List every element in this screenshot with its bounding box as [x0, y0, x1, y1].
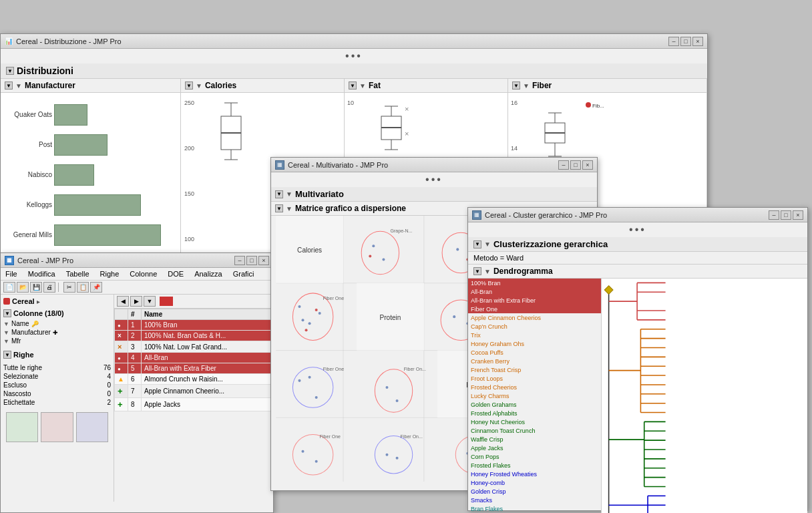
col-name-header[interactable]: Name: [142, 309, 273, 320]
tb-open[interactable]: 📂: [17, 282, 29, 293]
collapse-multi[interactable]: ▼: [275, 190, 283, 198]
collapse-rows[interactable]: ▼: [3, 351, 11, 359]
manufacturer-header: ▼ ▼ Manufacturer: [1, 79, 180, 93]
tb-save[interactable]: 💾: [30, 282, 42, 293]
multi-close-button[interactable]: ×: [582, 160, 593, 170]
nav-left[interactable]: ◀: [117, 296, 129, 307]
jmp-left-panel: Cereal ▸ ▼ Colonne (18/0) ▼ Name 🔑 ▼ Man…: [1, 295, 114, 502]
col-num[interactable]: #: [128, 309, 142, 320]
multi-maximize-button[interactable]: □: [570, 160, 581, 170]
svg-point-39: [309, 322, 311, 325]
menu-tabelle[interactable]: Tabelle: [64, 269, 91, 279]
menu-file[interactable]: File: [3, 269, 19, 279]
dendro-item-4: Apple Cinnamon Cheerios: [468, 313, 601, 322]
jmp-window-controls[interactable]: – □ ×: [234, 256, 269, 265]
close-button[interactable]: ×: [692, 37, 703, 46]
jmp-titlebar: ▦ Cereal - JMP Pro – □ ×: [1, 253, 273, 268]
menu-modifica[interactable]: Modifica: [26, 269, 57, 279]
collapse-columns[interactable]: ▼: [3, 309, 11, 317]
cluster-close-button[interactable]: ×: [793, 210, 803, 220]
bar-kelloggs: Kelloggs: [54, 190, 174, 220]
svg-text:×: ×: [405, 105, 409, 113]
menu-grafici[interactable]: Grafici: [231, 269, 256, 279]
jmp-right-panel: ◀ ▶ ▼ # Name ● 1: [114, 295, 273, 502]
tb-print[interactable]: 🖨: [43, 282, 55, 293]
collapse-calories[interactable]: ▼: [185, 81, 193, 90]
cluster-maximize-button[interactable]: □: [781, 210, 791, 220]
cluster-section-header: ▼ ▼ Clusterizzazione gerarchica: [468, 237, 807, 252]
dendro-item-19: Apple Jacks: [468, 444, 601, 452]
menu-colonne[interactable]: Colonne: [128, 269, 159, 279]
collapse-fat[interactable]: ▼: [349, 81, 357, 90]
filter-btn[interactable]: ▼: [144, 296, 156, 307]
cluster-window-controls[interactable]: – □ ×: [769, 210, 803, 220]
col-manufacturer-row: ▼ Manufacturer ✚: [3, 328, 111, 337]
svg-point-71: [375, 436, 412, 473]
dendro-item-13: Lucky Charms: [468, 391, 601, 400]
data-table: # Name ● 1 100% Bran × 2 100% Nat. Bran …: [114, 309, 273, 411]
bar-kelloggs-fill: [54, 194, 141, 216]
collapse-scatter[interactable]: ▼: [275, 204, 283, 212]
collapse-manufacturer[interactable]: ▼: [5, 81, 13, 90]
table-row[interactable]: × 3 100% Nat. Low Fat Grand...: [115, 341, 273, 353]
jmp-title-icon: ▦: [5, 256, 14, 265]
table-row[interactable]: + 8 Apple Jacks: [115, 398, 273, 411]
tb-paste[interactable]: 📌: [90, 282, 102, 293]
tb-new[interactable]: 📄: [3, 282, 15, 293]
rows-section-title: ▼ Righe: [3, 351, 111, 359]
dendro-item-21: Frosted Flakes: [468, 461, 601, 470]
cluster-minimize-button[interactable]: –: [769, 210, 779, 220]
multi-titlebar: ▦ Cereal - Multivariato - JMP Pro – □ ×: [271, 158, 597, 172]
dendrogram-header: ▼ ▼ Dendrogramma: [468, 265, 807, 279]
minimize-button[interactable]: –: [668, 37, 679, 46]
table-row[interactable]: ▲ 6 Almond Crunch w Raisin...: [115, 374, 273, 385]
jmp-close-button[interactable]: ×: [258, 256, 269, 265]
maximize-button[interactable]: □: [680, 37, 691, 46]
bar-general-mills-fill: [54, 224, 161, 246]
jmp-maximize-button[interactable]: □: [246, 256, 257, 265]
nav-right[interactable]: ▶: [130, 296, 142, 307]
table-row[interactable]: ● 5 All-Bran with Extra Fiber: [115, 363, 273, 374]
dendro-item-26: Bran Flakes: [468, 504, 601, 513]
multi-window-controls[interactable]: – □ ×: [558, 160, 593, 170]
collapse-cluster[interactable]: ▼: [473, 240, 481, 248]
table-row[interactable]: ● 1 100% Bran: [115, 320, 273, 331]
nav-arrows[interactable]: ◀ ▶ ▼: [117, 296, 156, 307]
table-row[interactable]: × 2 100% Nat. Bran Oats & H...: [115, 331, 273, 341]
dendro-item-24: Golden Crisp: [468, 487, 601, 496]
svg-point-56: [456, 248, 459, 250]
multi-title: ▦ Cereal - Multivariato - JMP Pro: [275, 160, 388, 170]
collapse-dendro[interactable]: ▼: [473, 267, 481, 275]
stat-all: Tutte le righe 76: [3, 363, 111, 372]
menu-analizza[interactable]: Analizza: [192, 269, 224, 279]
dendro-item-20: Corn Pops: [468, 452, 601, 461]
table-row[interactable]: + 7 Apple Cinnamon Cheerio...: [115, 385, 273, 398]
scatter-cell-2-1: Fiber One: [292, 293, 344, 341]
tb-cut[interactable]: ✂: [63, 282, 75, 293]
svg-point-72: [385, 454, 388, 456]
dendro-item-18: Waffle Crisp: [468, 435, 601, 444]
collapse-fiber[interactable]: ▼: [512, 81, 520, 90]
col-manufacturer-label: Manufacturer: [11, 329, 51, 336]
thumb-2[interactable]: [41, 412, 73, 442]
dist-window-controls[interactable]: – □ ×: [668, 37, 703, 46]
dendro-item-25: Smacks: [468, 496, 601, 504]
tb-copy[interactable]: 📋: [77, 282, 89, 293]
svg-text:Fiber On...: Fiber On...: [401, 434, 423, 439]
collapse-dist[interactable]: ▼: [6, 67, 14, 75]
menu-righe[interactable]: Righe: [98, 269, 122, 279]
multi-minimize-button[interactable]: –: [558, 160, 569, 170]
dendro-item-12: Frosted Cheerios: [468, 383, 601, 391]
col-marker: [115, 309, 128, 320]
thumb-1[interactable]: [6, 412, 38, 442]
jmp-minimize-button[interactable]: –: [234, 256, 245, 265]
bar-general-mills: General Mills: [54, 220, 174, 250]
table-row[interactable]: ● 4 All-Bran: [115, 353, 273, 363]
svg-point-73: [396, 457, 399, 460]
jmp-menubar: File Modifica Tabelle Righe Colonne DOE …: [1, 268, 273, 281]
menu-doe[interactable]: DOE: [166, 269, 186, 279]
thumb-3[interactable]: [76, 412, 108, 442]
thumbnail-row: [3, 409, 111, 445]
col-mfr-label: Mfr: [11, 337, 21, 345]
svg-point-68: [302, 450, 304, 453]
